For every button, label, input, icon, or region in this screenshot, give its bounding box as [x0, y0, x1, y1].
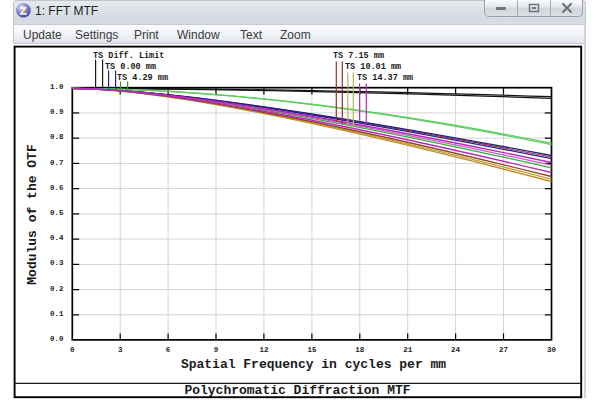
svg-text:0.8: 0.8 — [50, 133, 64, 141]
svg-text:0.5: 0.5 — [50, 209, 64, 217]
svg-text:Spatial Frequency in cycles pe: Spatial Frequency in cycles per mm — [181, 357, 446, 372]
svg-text:0: 0 — [70, 346, 75, 354]
svg-text:TS 0.00 mm: TS 0.00 mm — [105, 62, 156, 72]
svg-text:0.2: 0.2 — [50, 285, 64, 293]
svg-text:18: 18 — [355, 346, 365, 354]
svg-text:0.0: 0.0 — [50, 335, 64, 343]
svg-text:12: 12 — [259, 346, 269, 354]
svg-text:30: 30 — [547, 346, 557, 354]
svg-text:0.9: 0.9 — [50, 108, 64, 116]
svg-text:TS 10.01 mm: TS 10.01 mm — [345, 62, 401, 72]
svg-text:27: 27 — [499, 346, 508, 354]
svg-text:Polychromatic Diffraction MTF: Polychromatic Diffraction MTF — [184, 383, 410, 398]
svg-text:1.0: 1.0 — [50, 83, 64, 91]
svg-text:0.3: 0.3 — [50, 259, 64, 267]
svg-text:TS 7.15 mm: TS 7.15 mm — [333, 51, 384, 61]
svg-text:TS 14.37 mm: TS 14.37 mm — [357, 73, 413, 83]
svg-text:Modulus of the OTF: Modulus of the OTF — [25, 144, 40, 285]
svg-text:15: 15 — [307, 346, 317, 354]
svg-text:TS 4.29 mm: TS 4.29 mm — [117, 73, 168, 83]
svg-text:0.7: 0.7 — [50, 159, 64, 167]
svg-text:6: 6 — [166, 346, 171, 354]
svg-text:24: 24 — [451, 346, 461, 354]
svg-text:TS Diff. Limit: TS Diff. Limit — [93, 51, 164, 61]
svg-text:0.4: 0.4 — [50, 234, 64, 242]
svg-text:0.1: 0.1 — [50, 310, 64, 318]
svg-text:3: 3 — [118, 346, 123, 354]
svg-text:9: 9 — [214, 346, 219, 354]
svg-text:21: 21 — [403, 346, 413, 354]
svg-text:0.6: 0.6 — [50, 184, 64, 192]
